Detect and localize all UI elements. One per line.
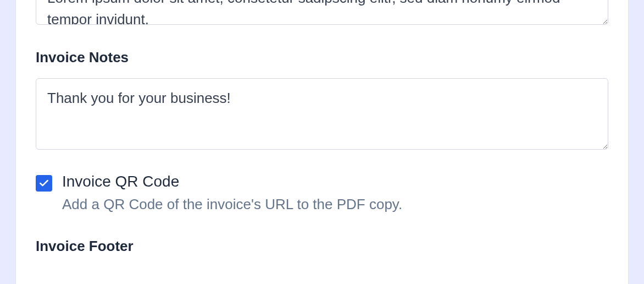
description-textarea[interactable] — [36, 0, 608, 25]
checkmark-icon — [38, 178, 49, 189]
qr-code-checkbox[interactable] — [36, 175, 52, 192]
form-container: Invoice Notes Invoice QR Code Add a QR C… — [15, 0, 629, 284]
qr-code-checkbox-row: Invoice QR Code Add a QR Code of the inv… — [36, 173, 608, 213]
qr-code-description: Add a QR Code of the invoice's URL to th… — [62, 196, 402, 213]
invoice-footer-label: Invoice Footer — [36, 238, 608, 255]
invoice-notes-textarea[interactable] — [36, 78, 608, 150]
invoice-notes-label: Invoice Notes — [36, 49, 608, 66]
qr-code-content: Invoice QR Code Add a QR Code of the inv… — [62, 173, 402, 213]
qr-code-label[interactable]: Invoice QR Code — [62, 173, 402, 190]
